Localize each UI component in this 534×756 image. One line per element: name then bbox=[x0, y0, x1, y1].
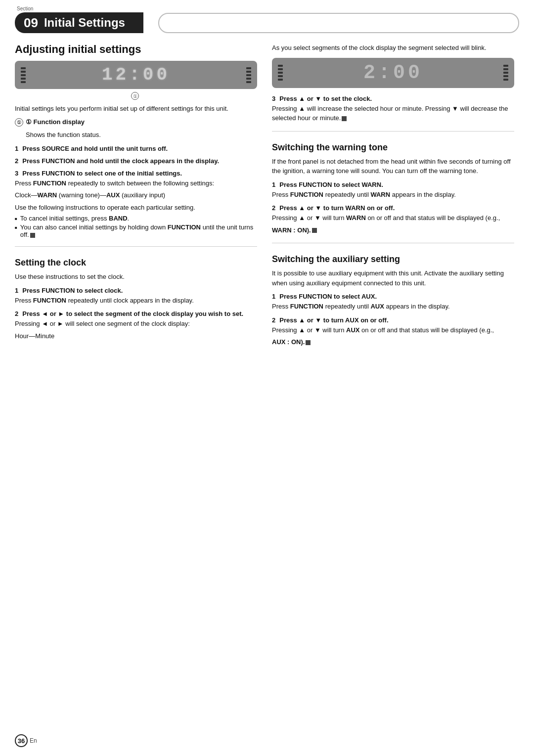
clock-step-2: 2 Press ◄ or ► to select the segment of … bbox=[15, 310, 257, 317]
aux-step-1-heading: Press FUNCTION to select AUX. bbox=[279, 293, 377, 300]
display-label-1: ① bbox=[15, 92, 257, 100]
warn-heading: Switching the warning tone bbox=[272, 142, 514, 153]
bar bbox=[21, 81, 26, 83]
step-3-num: 3 bbox=[15, 170, 18, 177]
page: Section 09 Initial Settings Adjusting in… bbox=[0, 0, 534, 756]
warn-step-2: 2 Press ▲ or ▼ to turn WARN on or off. bbox=[272, 204, 514, 212]
bar bbox=[503, 75, 508, 77]
bar bbox=[278, 75, 283, 77]
aux-step-1-body: Press FUNCTION repeatedly until AUX appe… bbox=[272, 302, 514, 311]
page-num-circle: 36 bbox=[15, 734, 28, 747]
step-1-num: 1 bbox=[15, 145, 18, 152]
display-bars-right-2 bbox=[503, 65, 508, 81]
stop-icon-4 bbox=[306, 340, 311, 345]
warn-step-1-body: Press FUNCTION repeatedly until WARN app… bbox=[272, 190, 514, 200]
bullet-2-text: You can also cancel initial settings by … bbox=[20, 223, 257, 238]
bullet-square-icon-1: ■ bbox=[15, 217, 17, 222]
warn-example-text: WARN : ON). bbox=[272, 226, 311, 234]
fn-number-icon: ① bbox=[15, 118, 23, 127]
stop-icon-2 bbox=[342, 116, 347, 121]
clock-step-2-body2: Hour—Minute bbox=[15, 331, 257, 341]
step-3-body1: Press FUNCTION repeatedly to switch betw… bbox=[15, 178, 257, 188]
warn-step-2-num: 2 bbox=[272, 204, 275, 212]
clock-step-2-num: 2 bbox=[15, 310, 18, 317]
section-label: Section bbox=[15, 6, 33, 11]
bullet-2: ■ You can also cancel initial settings b… bbox=[15, 223, 257, 238]
header-right-box bbox=[158, 13, 519, 33]
clock-intro: Use these instructions to set the clock. bbox=[15, 272, 257, 282]
clock-heading: Setting the clock bbox=[15, 258, 257, 268]
section-badge: Section 09 Initial Settings bbox=[15, 6, 143, 33]
aux-step-2-heading: Press ▲ or ▼ to turn AUX on or off. bbox=[279, 316, 388, 324]
step-2: 2 Press FUNCTION and hold until the cloc… bbox=[15, 157, 257, 165]
page-number: 36 En bbox=[15, 734, 37, 747]
bar bbox=[278, 68, 283, 70]
section-title: Initial Settings bbox=[44, 17, 125, 29]
bullet-square-icon-2: ■ bbox=[15, 225, 17, 238]
aux-intro: It is possible to use auxiliary equipmen… bbox=[272, 268, 514, 288]
bar bbox=[278, 65, 283, 67]
display-bars-right-1 bbox=[246, 67, 251, 83]
display-digits-2: 2:00 bbox=[363, 62, 423, 84]
aux-step-1-num: 1 bbox=[272, 293, 275, 300]
clock-step-3-heading: Press ▲ or ▼ to set the clock. bbox=[279, 95, 372, 102]
bar bbox=[246, 67, 251, 69]
bar bbox=[246, 74, 251, 76]
header: Section 09 Initial Settings bbox=[0, 0, 534, 33]
bar bbox=[246, 71, 251, 73]
bar bbox=[21, 67, 26, 69]
divider-3 bbox=[272, 243, 514, 243]
warn-step-1: 1 Press FUNCTION to select WARN. bbox=[272, 181, 514, 188]
step-3-body2: Clock—WARN (warning tone)—AUX (auxiliary… bbox=[15, 190, 257, 200]
stop-icon-3 bbox=[312, 228, 317, 233]
display-bars-left-1 bbox=[21, 67, 26, 83]
warn-step-2-example: WARN : ON). bbox=[272, 225, 514, 235]
aux-step-2-body: Pressing ▲ or ▼ will turn AUX on or off … bbox=[272, 325, 514, 335]
clock-step-3-body: Pressing ▲ will increase the selected ho… bbox=[272, 104, 514, 123]
page-lang: En bbox=[30, 737, 37, 744]
bar bbox=[21, 71, 26, 73]
bar bbox=[278, 79, 283, 81]
fn-display-heading: ①① Function display bbox=[15, 117, 257, 127]
adjusting-heading: Adjusting initial settings bbox=[15, 43, 257, 56]
aux-heading: Switching the auxiliary setting bbox=[272, 254, 514, 265]
bar bbox=[246, 78, 251, 80]
circle-label-1: ① bbox=[131, 92, 139, 100]
clock-step-2-body1: Pressing ◄ or ► will select one segment … bbox=[15, 319, 257, 329]
bar bbox=[503, 68, 508, 70]
step-3-body3: Use the following instructions to operat… bbox=[15, 203, 257, 213]
bar bbox=[21, 74, 26, 76]
warn-intro: If the front panel is not detached from … bbox=[272, 157, 514, 176]
aux-step-2: 2 Press ▲ or ▼ to turn AUX on or off. bbox=[272, 316, 514, 324]
bar bbox=[503, 79, 508, 81]
left-column: Adjusting initial settings 12:00 bbox=[15, 43, 257, 351]
step-3-heading: Press FUNCTION to select one of the init… bbox=[22, 170, 182, 177]
section-number: 09 bbox=[24, 16, 38, 29]
step-2-num: 2 bbox=[15, 157, 18, 165]
aux-step-1: 1 Press FUNCTION to select AUX. bbox=[272, 293, 514, 300]
bar bbox=[246, 81, 251, 83]
step-1-heading: Press SOURCE and hold until the unit tur… bbox=[22, 145, 168, 152]
clock-step-3-num: 3 bbox=[272, 95, 275, 102]
warn-step-1-num: 1 bbox=[272, 181, 275, 188]
divider-1 bbox=[15, 246, 257, 247]
clock-seg-note: As you select segments of the clock disp… bbox=[272, 43, 514, 53]
fn-display-body: Shows the function status. bbox=[26, 130, 257, 140]
right-column: As you select segments of the clock disp… bbox=[272, 43, 514, 351]
bar bbox=[503, 65, 508, 67]
step-2-heading: Press FUNCTION and hold until the clock … bbox=[22, 157, 219, 165]
bullet-1: ■ To cancel initial settings, press BAND… bbox=[15, 215, 257, 222]
clock-step-3: 3 Press ▲ or ▼ to set the clock. bbox=[272, 95, 514, 102]
divider-2 bbox=[272, 131, 514, 132]
step-3: 3 Press FUNCTION to select one of the in… bbox=[15, 170, 257, 177]
warn-step-1-heading: Press FUNCTION to select WARN. bbox=[279, 181, 383, 188]
clock-step-1-num: 1 bbox=[15, 287, 18, 294]
stop-icon bbox=[30, 233, 35, 238]
fn-display-label-text: ① Function display bbox=[26, 118, 85, 126]
clock-step-2-heading: Press ◄ or ► to select the segment of th… bbox=[22, 310, 243, 317]
display-container-2: 2:00 bbox=[272, 58, 514, 88]
bullet-1-text: To cancel initial settings, press BAND. bbox=[20, 215, 129, 222]
warn-step-2-body: Pressing ▲ or ▼ will turn WARN on or off… bbox=[272, 213, 514, 223]
display-digits-1: 12:00 bbox=[102, 65, 170, 85]
clock-step-1-body: Press FUNCTION repeatedly until clock ap… bbox=[15, 296, 257, 306]
